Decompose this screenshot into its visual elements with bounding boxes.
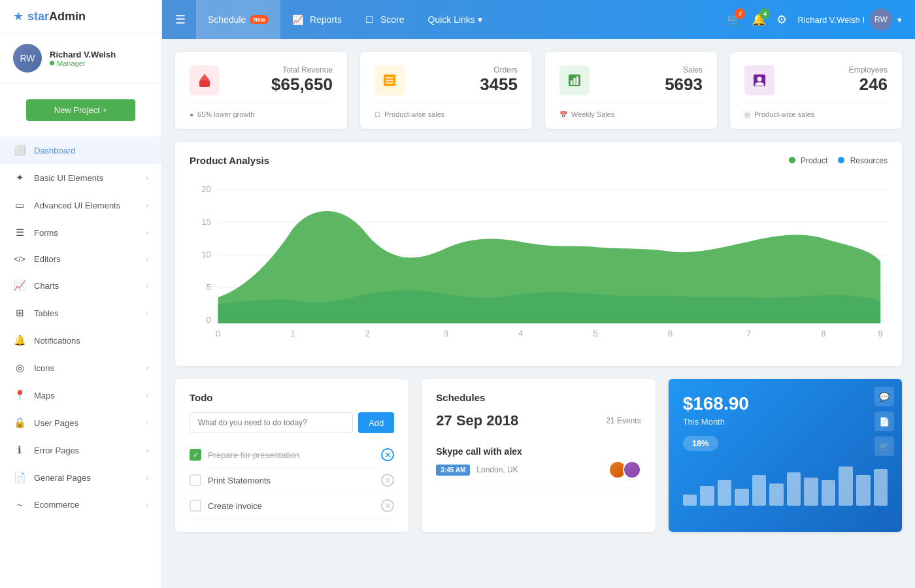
user-dropdown-icon: ▾ xyxy=(897,15,902,25)
ecommerce-icon: ~ xyxy=(13,499,26,510)
todo-title: Todo xyxy=(190,392,394,403)
sidebar-item-icons[interactable]: ◎ Icons › xyxy=(0,354,161,382)
revenue-footer-icon: ● xyxy=(190,111,193,118)
legend-resources: Resources xyxy=(838,156,888,165)
svg-rect-0 xyxy=(199,80,210,87)
revenue-widget-amount: $168.90 xyxy=(683,393,888,414)
sidebar-item-label: Icons xyxy=(34,363,146,373)
topbar-nav-reports[interactable]: 📈 Reports xyxy=(280,0,354,39)
chart-legend: Product Resources xyxy=(789,156,888,165)
chevron-right-icon: › xyxy=(146,309,148,317)
svg-text:9: 9 xyxy=(878,329,882,338)
menu-toggle-icon[interactable]: ☰ xyxy=(175,12,186,27)
cart-icon-btn[interactable]: 🛒 xyxy=(874,436,894,456)
forms-icon: ☰ xyxy=(13,227,26,238)
settings-button[interactable]: ⚙ xyxy=(776,12,787,27)
svg-rect-8 xyxy=(574,78,576,85)
svg-text:5: 5 xyxy=(206,283,210,291)
sidebar-item-label: Notifications xyxy=(34,336,148,346)
todo-item: Create invoice ✕ xyxy=(190,493,394,519)
sidebar-item-charts[interactable]: 📈 Charts › xyxy=(0,272,161,299)
svg-marker-1 xyxy=(199,74,210,80)
sidebar-item-label: General Pages xyxy=(34,473,146,483)
chevron-right-icon: › xyxy=(146,282,148,289)
revenue-bar xyxy=(787,472,801,506)
revenue-value: $65,650 xyxy=(271,74,333,95)
chevron-right-icon: › xyxy=(146,255,148,263)
sidebar-item-dashboard[interactable]: ⬜ Dashboard xyxy=(0,137,161,164)
chart-title: Product Analysis xyxy=(190,155,269,166)
main-content: ☰ Schedule New 📈 Reports ☐ Score Quick L… xyxy=(162,0,915,588)
svg-text:20: 20 xyxy=(201,185,211,193)
cart-button[interactable]: 🛒 7 xyxy=(727,12,741,27)
schedule-item-title: Skype call with alex xyxy=(436,446,640,457)
orders-value: 3455 xyxy=(480,74,518,95)
user-profile: RW Richard V.Welsh Manager xyxy=(0,33,161,84)
todo-checkbox-2[interactable] xyxy=(190,474,201,486)
chevron-right-icon: › xyxy=(146,174,148,182)
sidebar-item-maps[interactable]: 📍 Maps › xyxy=(0,382,161,409)
notifications-badge: 4 xyxy=(759,8,770,19)
employees-icon xyxy=(744,65,774,95)
todo-checkbox-1[interactable]: ✓ xyxy=(190,449,201,461)
sidebar-item-label: Charts xyxy=(34,281,146,291)
sidebar-item-label: Dashboard xyxy=(34,146,148,155)
sidebar-item-basic-ui[interactable]: ✦ Basic UI Elements › xyxy=(0,164,161,191)
sidebar-item-label: Advanced UI Elements xyxy=(34,201,146,210)
sidebar-item-general-pages[interactable]: 📄 General Pages › xyxy=(0,464,161,491)
todo-input[interactable] xyxy=(190,412,353,433)
svg-text:2: 2 xyxy=(365,329,370,338)
todo-delete-2[interactable]: ✕ xyxy=(381,474,394,487)
svg-text:0: 0 xyxy=(216,329,220,338)
basic-ui-icon: ✦ xyxy=(13,172,26,184)
todo-text-2: Print Statements xyxy=(208,476,374,485)
chat-icon-btn[interactable]: 💬 xyxy=(874,387,894,406)
employees-footer-icon: ◎ xyxy=(744,111,750,118)
editors-icon: </> xyxy=(13,255,26,264)
sidebar-item-editors[interactable]: </> Editors › xyxy=(0,246,161,272)
svg-text:15: 15 xyxy=(201,218,211,226)
sidebar-item-label: Error Pages xyxy=(34,446,146,455)
sidebar-item-forms[interactable]: ☰ Forms › xyxy=(0,219,161,246)
page-content: Total Revenue $65,650 ● 65% lower growth… xyxy=(162,39,915,588)
revenue-bar xyxy=(822,480,836,506)
sidebar-item-notifications[interactable]: 🔔 Notifications xyxy=(0,327,161,354)
sidebar-item-error-pages[interactable]: ℹ Error Pages › xyxy=(0,436,161,464)
svg-point-11 xyxy=(757,77,762,82)
svg-text:1: 1 xyxy=(290,329,295,338)
topbar-nav-quick-links[interactable]: Quick Links ▾ xyxy=(416,0,494,39)
todo-item: Print Statements ✕ xyxy=(190,468,394,493)
todo-checkbox-3[interactable] xyxy=(190,500,201,512)
user-menu[interactable]: Richard V.Welsh I RW ▾ xyxy=(797,8,902,31)
revenue-label: Total Revenue xyxy=(271,65,333,74)
notifications-button[interactable]: 🔔 4 xyxy=(752,12,766,27)
sales-value: 5693 xyxy=(665,74,703,95)
brand-star-text: star xyxy=(27,10,49,23)
product-analysis-chart: Product Analysis Product Resources xyxy=(175,142,902,366)
topbar-nav-score[interactable]: ☐ Score xyxy=(354,0,416,39)
chevron-right-icon: › xyxy=(146,391,148,399)
todo-text-1: Prepare for presentation xyxy=(208,450,374,460)
svg-text:3: 3 xyxy=(444,329,448,338)
sidebar-item-label: Editors xyxy=(34,254,146,264)
advanced-ui-icon: ▭ xyxy=(13,199,26,211)
todo-add-button[interactable]: Add xyxy=(358,412,394,433)
revenue-bar xyxy=(683,495,697,506)
topbar: ☰ Schedule New 📈 Reports ☐ Score Quick L… xyxy=(162,0,915,39)
employees-footer-text: Product-wise sales xyxy=(754,110,814,118)
sidebar-item-tables[interactable]: ⊞ Tables › xyxy=(0,299,161,327)
svg-text:5: 5 xyxy=(593,329,598,338)
chevron-right-icon: › xyxy=(146,474,148,482)
todo-delete-1[interactable]: ✕ xyxy=(381,448,394,461)
star-icon: ★ xyxy=(13,9,24,24)
new-project-button[interactable]: New Project + xyxy=(26,99,135,121)
todo-delete-3[interactable]: ✕ xyxy=(381,499,394,512)
sidebar-item-user-pages[interactable]: 🔒 User Pages › xyxy=(0,409,161,436)
schedules-title: Schedules xyxy=(436,392,640,403)
sidebar-item-advanced-ui[interactable]: ▭ Advanced UI Elements › xyxy=(0,191,161,219)
topbar-nav-schedule[interactable]: Schedule New xyxy=(196,0,280,39)
sidebar-item-label: Maps xyxy=(34,391,146,400)
brand-admin-text: Admin xyxy=(49,10,86,23)
sidebar-item-ecommerce[interactable]: ~ Ecommerce › xyxy=(0,491,161,518)
sidebar-item-label: Forms xyxy=(34,228,146,238)
